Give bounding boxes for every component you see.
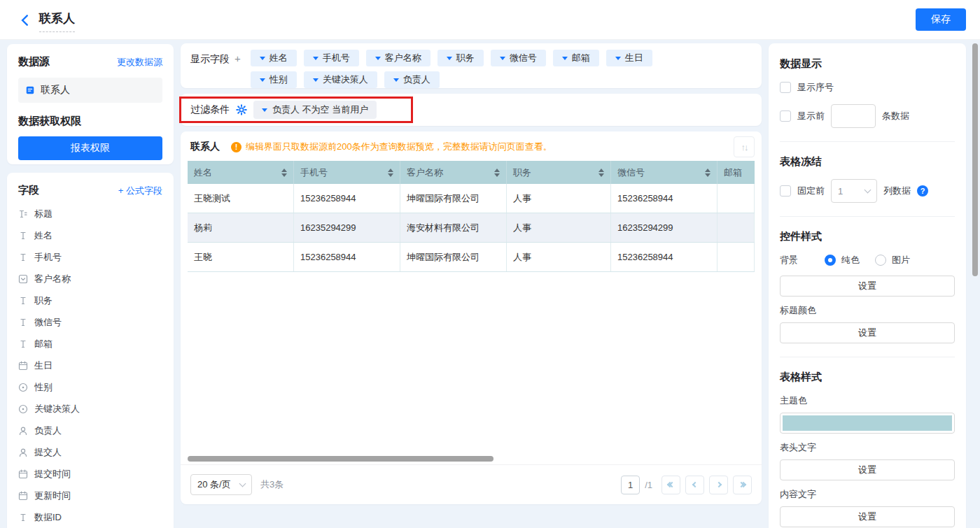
field-tag[interactable]: 邮箱 [553,50,599,66]
show-first-checkbox[interactable] [780,110,791,122]
field-tag[interactable]: 姓名 [251,50,297,66]
column-header[interactable]: 姓名 [188,161,294,184]
field-item[interactable]: 提交人 [18,441,162,463]
text-icon [18,252,28,262]
field-tag[interactable]: 生日 [606,50,652,66]
column-header[interactable]: 客户名称 [400,161,507,184]
chevron-down-icon [864,186,872,193]
text-icon [18,513,28,522]
horizontal-scrollbar[interactable] [188,456,493,462]
field-tag[interactable]: 性别 [251,71,297,88]
add-formula-field-link[interactable]: + 公式字段 [118,185,162,197]
table-header-row: 姓名 手机号 客户名称 职务 微信号 邮箱 [188,161,755,184]
page-size-select[interactable]: 20 条/页 [190,474,252,495]
field-tag-label: 关键决策人 [323,73,368,86]
field-tag[interactable]: 手机号 [304,50,359,66]
field-item[interactable]: 更新时间 [18,485,162,506]
widget-style-heading: 控件样式 [780,230,955,243]
field-item[interactable]: 标题 [18,203,162,224]
field-tag-label: 微信号 [510,52,537,64]
fields-heading: 字段 [18,184,39,197]
table-style-heading: 表格样式 [780,371,955,384]
field-item[interactable]: 负责人 [18,420,162,441]
report-permission-button[interactable]: 报表权限 [18,136,162,160]
field-item[interactable]: 生日 [18,355,162,376]
cell: 坤曜国际有限公司 [400,184,507,213]
prev-page-button[interactable] [685,476,704,494]
table-row: 王晓测试 15236258944 坤曜国际有限公司 人事 15236258944 [188,184,755,213]
field-tag[interactable]: 负责人 [384,71,440,88]
show-first-prefix: 显示前 [797,110,825,122]
field-item[interactable]: 关键决策人 [18,398,162,420]
solid-color-radio[interactable] [825,255,836,266]
help-icon[interactable]: ? [917,185,928,197]
chevron-down-icon [393,78,399,82]
chevron-down-icon [447,57,452,60]
document-icon [25,85,35,95]
freeze-count-select[interactable]: 1 [831,179,877,203]
cell [718,184,755,213]
show-first-count-input[interactable] [831,104,876,128]
background-set-button[interactable]: 设置 [780,276,955,297]
cell: 人事 [507,213,611,242]
column-header[interactable]: 邮箱 [718,161,755,184]
gear-icon[interactable] [236,104,247,115]
field-tag[interactable]: 职务 [438,50,484,66]
sort-order-icon[interactable]: ↑↓ [734,136,755,157]
report-builder-page: 联系人 保存 数据源 更改数据源 联系人 数据获取权限 报表权限 字段 + 公式… [0,0,980,528]
field-item[interactable]: 职务 [18,290,162,311]
title-color-set-button[interactable]: 设置 [780,322,955,343]
field-item[interactable]: 邮箱 [18,333,162,355]
field-item[interactable]: 姓名 [18,224,162,246]
header-text-set-button[interactable]: 设置 [780,459,955,480]
current-page-input[interactable]: 1 [621,476,640,494]
field-tag-label: 生日 [625,52,643,64]
vertical-scrollbar[interactable] [972,43,978,276]
filter-condition-tag[interactable]: 负责人 不为空 当前用户 [253,101,377,119]
chevron-down-icon [260,57,265,60]
page-title[interactable]: 联系人 [39,10,75,32]
add-display-field-button[interactable]: + [234,52,241,64]
table-title: 联系人 [190,141,220,153]
field-tag[interactable]: 客户名称 [366,50,430,66]
datasource-item[interactable]: 联系人 [18,78,162,103]
radio-icon [18,383,28,392]
field-item[interactable]: 手机号 [18,246,162,268]
column-header[interactable]: 手机号 [294,161,400,184]
field-label: 数据ID [34,511,62,524]
column-header[interactable]: 微信号 [611,161,718,184]
warning-text: 编辑界面只取数据源前200条作为查询数据预览，完整数据请访问页面查看。 [246,141,552,153]
show-index-checkbox[interactable] [780,82,791,93]
column-header[interactable]: 职务 [507,161,611,184]
content-text-set-button[interactable]: 设置 [780,506,955,527]
first-page-button[interactable] [662,476,680,494]
next-page-button[interactable] [709,476,728,494]
theme-color-picker[interactable] [780,413,955,434]
cell: 坤曜国际有限公司 [400,243,507,271]
chevron-down-icon [615,57,621,60]
settings-panel: 数据显示 显示序号 显示前 条数据 表格冻结 固定前 1 列数据 ? 控件样式 … [769,43,966,528]
text-icon [18,296,28,306]
image-radio[interactable] [875,255,886,266]
field-tag[interactable]: 微信号 [491,50,546,66]
back-icon[interactable] [18,13,32,27]
change-datasource-link[interactable]: 更改数据源 [117,56,162,69]
last-page-button[interactable] [733,476,752,494]
field-item[interactable]: 性别 [18,376,162,398]
freeze-suffix: 列数据 [883,185,911,197]
table-row: 王晓 15236258944 坤曜国际有限公司 人事 15236258944 [188,243,755,272]
field-item[interactable]: 数据ID [18,506,162,528]
field-item[interactable]: 客户名称 [18,268,162,290]
save-button[interactable]: 保存 [916,8,966,31]
cell: 海安材料有限公司 [400,213,507,242]
field-item[interactable]: 提交时间 [18,463,162,485]
field-tag[interactable]: 关键决策人 [304,71,377,88]
freeze-checkbox[interactable] [780,185,791,197]
calendar-icon [18,361,28,371]
text-icon [18,317,28,327]
text-icon [18,339,28,349]
warning-icon: ! [231,142,241,152]
field-item[interactable]: 微信号 [18,311,162,333]
preview-warning: ! 编辑界面只取数据源前200条作为查询数据预览，完整数据请访问页面查看。 [231,141,552,153]
cell: 杨莉 [188,213,294,242]
